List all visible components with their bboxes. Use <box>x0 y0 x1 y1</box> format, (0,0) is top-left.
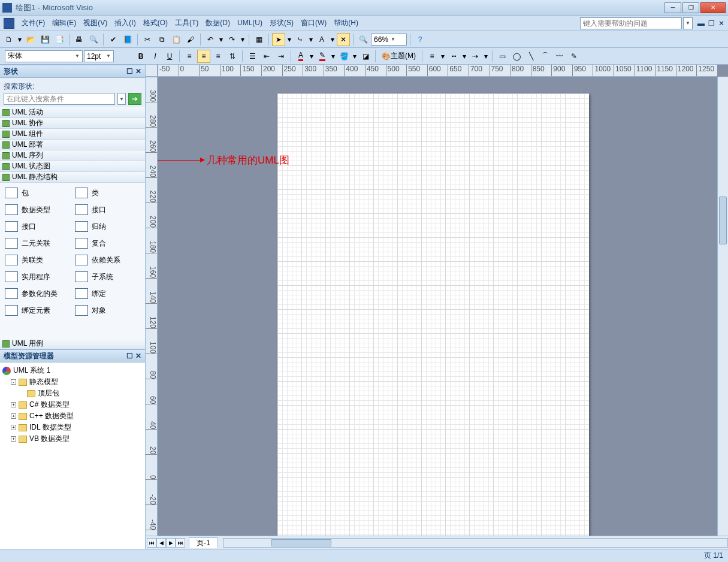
last-page-button[interactable]: ⏭ <box>176 538 185 548</box>
shape-item[interactable]: 实用程序 <box>4 270 71 283</box>
spelling-button[interactable]: ✔ <box>107 33 120 46</box>
pointer-dropdown[interactable]: ▾ <box>286 33 292 46</box>
tree-root[interactable]: UML 系统 1 <box>2 365 143 376</box>
canvas[interactable]: 几种常用的UML图 <box>158 77 717 536</box>
shape-item[interactable]: 绑定元素 <box>4 304 71 317</box>
vertical-scrollbar[interactable] <box>717 77 728 536</box>
tree-expand-icon[interactable]: + <box>11 402 16 407</box>
line-ends-dropdown[interactable]: ▾ <box>483 50 489 63</box>
close-button[interactable]: ✕ <box>700 2 726 13</box>
undo-dropdown[interactable]: ▾ <box>218 33 224 46</box>
menu-item[interactable]: 窗口(W) <box>297 17 330 29</box>
zoom-combo[interactable]: 66%▼ <box>371 34 407 46</box>
mdi-minimize-button[interactable]: ▬ <box>697 19 705 28</box>
shapes-panel-close-button[interactable]: ✕ <box>135 67 141 75</box>
theme-button[interactable]: 🎨主题(M) <box>379 50 419 63</box>
stencil-row[interactable]: UML 部署 <box>0 140 145 150</box>
prev-page-button[interactable]: ◀ <box>156 538 166 548</box>
shape-item[interactable]: 数据类型 <box>4 203 71 216</box>
tree-expand-icon[interactable]: + <box>11 436 16 442</box>
print-button[interactable]: 📑 <box>53 33 66 46</box>
menu-item[interactable]: 插入(I) <box>111 17 139 29</box>
copy-button[interactable]: ⧉ <box>155 33 168 46</box>
connector-tool-button[interactable]: ⤷ <box>294 33 307 46</box>
tree-expand-icon[interactable]: - <box>11 379 16 385</box>
font-color-dropdown[interactable]: ▾ <box>309 50 315 63</box>
line-pattern-dropdown[interactable]: ▾ <box>461 50 467 63</box>
format-painter-button[interactable]: 🖌 <box>184 33 197 46</box>
cut-button[interactable]: ✂ <box>141 33 154 46</box>
zoom-out-button[interactable]: 🔍 <box>357 33 370 46</box>
shape-item[interactable]: 依赖关系 <box>74 253 141 267</box>
stencil-row[interactable]: UML 活动 <box>0 107 145 118</box>
shapes-panel-pin-button[interactable]: ☐ <box>126 67 133 75</box>
print-preview-button[interactable]: 🔍 <box>87 33 100 46</box>
shape-item[interactable]: 对象 <box>74 304 141 317</box>
connector-dropdown[interactable]: ▾ <box>308 33 314 46</box>
font-color-button[interactable]: A <box>294 50 307 63</box>
first-page-button[interactable]: ⏮ <box>147 538 156 548</box>
fill-color-button[interactable]: 🪣 <box>337 50 351 63</box>
redo-dropdown[interactable]: ▾ <box>240 33 246 46</box>
line-color-dropdown[interactable]: ▾ <box>330 50 336 63</box>
line-weight-dropdown[interactable]: ▾ <box>440 50 446 63</box>
menu-item[interactable]: 文件(F) <box>18 17 49 29</box>
shape-item[interactable]: 类 <box>74 186 141 200</box>
tree-item[interactable]: -静态模型 <box>2 376 143 388</box>
shadow-button[interactable]: ◪ <box>359 50 372 63</box>
research-button[interactable]: 📘 <box>121 33 134 46</box>
line-tool-button[interactable]: ╲ <box>524 50 537 63</box>
tree-item[interactable]: +VB 数据类型 <box>2 433 143 445</box>
align-vertical-button[interactable]: ⇅ <box>226 50 239 63</box>
paste-button[interactable]: 📋 <box>170 33 183 46</box>
line-pattern-button[interactable]: ┅ <box>447 50 460 63</box>
stencil-row[interactable]: UML 静态结构 <box>0 172 145 183</box>
help-search-input[interactable] <box>580 17 682 29</box>
mdi-restore-button[interactable]: ❐ <box>708 19 715 28</box>
model-panel-close-button[interactable]: ✕ <box>135 352 141 360</box>
page-tab-1[interactable]: 页-1 <box>189 537 218 548</box>
search-shapes-input[interactable] <box>4 93 115 105</box>
model-panel-pin-button[interactable]: ☐ <box>126 352 133 360</box>
font-size-combo[interactable]: 12pt▼ <box>84 50 114 62</box>
ellipse-tool-button[interactable]: ◯ <box>510 50 523 63</box>
menu-item[interactable]: 视图(V) <box>80 17 111 29</box>
tree-expand-icon[interactable]: + <box>11 413 16 419</box>
shapes-window-button[interactable]: ▦ <box>252 33 265 46</box>
visio-icon[interactable] <box>4 18 14 29</box>
increase-indent-button[interactable]: ⇥ <box>274 50 288 63</box>
help-button[interactable]: ? <box>413 33 427 46</box>
print2-button[interactable]: 🖶 <box>73 33 86 46</box>
help-search-dropdown[interactable]: ▼ <box>683 17 693 29</box>
line-weight-button[interactable]: ≡ <box>425 50 439 63</box>
shape-item[interactable]: 归纳 <box>74 220 141 233</box>
pointer-tool-button[interactable]: ➤ <box>272 33 285 46</box>
horizontal-scrollbar[interactable] <box>223 538 728 548</box>
redo-button[interactable]: ↷ <box>225 33 238 46</box>
text-dropdown[interactable]: ▾ <box>330 33 336 46</box>
undo-button[interactable]: ↶ <box>204 33 217 46</box>
maximize-button[interactable]: ❐ <box>682 2 699 13</box>
next-page-button[interactable]: ▶ <box>166 538 176 548</box>
menu-item[interactable]: 形状(S) <box>266 17 297 29</box>
tree-item[interactable]: 顶层包 <box>2 388 143 399</box>
search-shapes-dropdown[interactable]: ▼ <box>117 93 126 105</box>
mdi-close-button[interactable]: ✕ <box>718 19 724 28</box>
shape-item[interactable]: 关联类 <box>4 253 71 267</box>
text-tool-button[interactable]: A <box>315 33 328 46</box>
menu-item[interactable]: 格式(O) <box>140 17 171 29</box>
align-right-button[interactable]: ≡ <box>212 50 225 63</box>
shape-item[interactable]: 参数化的类 <box>4 287 71 300</box>
stencil-row[interactable]: UML 协作 <box>0 118 145 129</box>
save-button[interactable]: 💾 <box>38 33 52 46</box>
stencil-row-usecase[interactable]: UML 用例 <box>0 339 145 349</box>
stencil-row[interactable]: UML 组件 <box>0 129 145 140</box>
stencil-row[interactable]: UML 状态图 <box>0 161 145 172</box>
menu-item[interactable]: 工具(T) <box>171 17 202 29</box>
bullets-button[interactable]: ☰ <box>246 50 259 63</box>
minimize-button[interactable]: ─ <box>664 2 681 13</box>
underline-button[interactable]: U <box>163 50 176 63</box>
arc-tool-button[interactable]: ⌒ <box>539 50 552 63</box>
align-left-button[interactable]: ≡ <box>183 50 196 63</box>
shape-item[interactable]: 复合 <box>74 237 141 250</box>
